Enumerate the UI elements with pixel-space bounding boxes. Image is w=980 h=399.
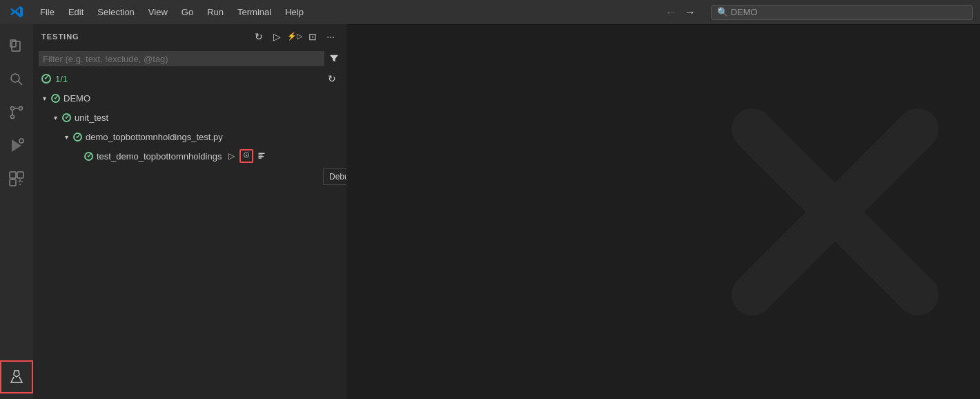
svg-point-2 bbox=[11, 74, 19, 82]
filter-input[interactable] bbox=[39, 51, 324, 66]
activity-bar bbox=[0, 24, 33, 399]
svg-rect-9 bbox=[10, 172, 16, 178]
goto-test-button[interactable] bbox=[255, 149, 268, 163]
tree-item-demo-label: DEMO bbox=[63, 93, 90, 104]
test-count-row: 1/1 ↻ bbox=[33, 69, 346, 88]
refresh-tests-button[interactable]: ↻ bbox=[251, 29, 266, 44]
tree-item-unit-test[interactable]: ▾ unit_test bbox=[33, 108, 346, 127]
test-count-value: 1/1 bbox=[55, 74, 68, 84]
activity-extensions[interactable] bbox=[0, 162, 33, 195]
svg-line-3 bbox=[19, 81, 23, 86]
chevron-down-icon: ▾ bbox=[61, 131, 72, 142]
test-case-actions: ▷ bbox=[224, 149, 268, 163]
debug-all-tests-button[interactable]: ⚡▷ bbox=[287, 29, 302, 44]
menu-file[interactable]: File bbox=[33, 4, 61, 20]
svg-rect-10 bbox=[17, 172, 23, 178]
tree-item-unit-test-label: unit_test bbox=[75, 113, 108, 123]
editor-area bbox=[347, 24, 980, 399]
forward-arrow[interactable]: → bbox=[682, 4, 698, 21]
watermark bbox=[690, 24, 980, 399]
nav-arrows: ← → bbox=[663, 4, 698, 21]
pass-status-icon bbox=[61, 112, 72, 123]
pass-status-icon bbox=[50, 93, 61, 104]
spacer bbox=[72, 150, 83, 162]
search-icon: 🔍 bbox=[717, 7, 728, 17]
activity-testing[interactable] bbox=[0, 360, 33, 393]
activity-explorer[interactable] bbox=[0, 30, 33, 63]
activity-search[interactable] bbox=[0, 63, 33, 96]
tree-item-test-case-label: test_demo_topbottomnholdings bbox=[97, 151, 222, 162]
menu-terminal[interactable]: Terminal bbox=[231, 4, 278, 20]
svg-point-4 bbox=[11, 107, 14, 110]
menu-edit[interactable]: Edit bbox=[61, 4, 90, 20]
run-all-tests-button[interactable]: ▷ bbox=[269, 29, 284, 44]
pass-status-icon bbox=[83, 150, 94, 162]
menu-help[interactable]: Help bbox=[278, 4, 311, 20]
menu-bar: File Edit Selection View Go Run Terminal… bbox=[33, 4, 663, 20]
main-layout: TESTING ↻ ▷ ⚡▷ ⊡ ··· 1/1 ↻ bbox=[0, 24, 980, 399]
svg-rect-11 bbox=[10, 179, 16, 186]
activity-source-control[interactable] bbox=[0, 96, 33, 129]
titlebar: File Edit Selection View Go Run Terminal… bbox=[0, 0, 980, 24]
testing-sidebar: TESTING ↻ ▷ ⚡▷ ⊡ ··· 1/1 ↻ bbox=[33, 24, 347, 399]
filter-icon[interactable] bbox=[327, 52, 341, 66]
activity-run-debug[interactable] bbox=[0, 129, 33, 162]
view-output-button[interactable]: ⊡ bbox=[305, 29, 320, 44]
run-test-button[interactable]: ▷ bbox=[224, 149, 238, 163]
vscode-logo bbox=[0, 6, 33, 19]
svg-point-8 bbox=[19, 139, 23, 143]
panel-header: TESTING ↻ ▷ ⚡▷ ⊡ ··· bbox=[33, 24, 346, 48]
tree-item-test-file-label: demo_topbottomnholdings_test.py bbox=[86, 132, 223, 142]
menu-view[interactable]: View bbox=[141, 4, 175, 20]
tree-item-test-case[interactable]: test_demo_topbottomnholdings ▷ bbox=[33, 146, 346, 166]
debug-test-button[interactable] bbox=[239, 149, 253, 163]
panel-actions: ↻ ▷ ⚡▷ ⊡ ··· bbox=[251, 29, 338, 44]
pass-status-icon bbox=[72, 131, 83, 142]
test-count: 1/1 bbox=[41, 74, 68, 84]
svg-marker-7 bbox=[12, 139, 21, 152]
svg-point-5 bbox=[19, 107, 23, 110]
menu-run[interactable]: Run bbox=[200, 4, 231, 20]
search-bar[interactable]: 🔍 DEMO bbox=[711, 5, 973, 20]
tree-item-test-file[interactable]: ▾ demo_topbottomnholdings_test.py bbox=[33, 127, 346, 146]
chevron-down-icon: ▾ bbox=[50, 112, 61, 123]
pass-icon bbox=[41, 74, 51, 84]
test-tree: ▾ DEMO ▾ unit_test ▾ bbox=[33, 88, 346, 399]
filter-bar bbox=[33, 48, 346, 69]
panel-title: TESTING bbox=[41, 32, 79, 41]
menu-go[interactable]: Go bbox=[175, 4, 200, 20]
more-actions-button[interactable]: ··· bbox=[323, 29, 338, 44]
svg-point-6 bbox=[11, 115, 14, 119]
tree-item-demo[interactable]: ▾ DEMO bbox=[33, 88, 346, 108]
menu-selection[interactable]: Selection bbox=[90, 4, 141, 20]
refresh-icon[interactable]: ↻ bbox=[326, 72, 338, 85]
chevron-down-icon: ▾ bbox=[39, 93, 50, 104]
search-text: DEMO bbox=[731, 7, 758, 17]
debug-test-tooltip: Debug Test bbox=[323, 168, 346, 185]
back-arrow[interactable]: ← bbox=[663, 4, 679, 21]
